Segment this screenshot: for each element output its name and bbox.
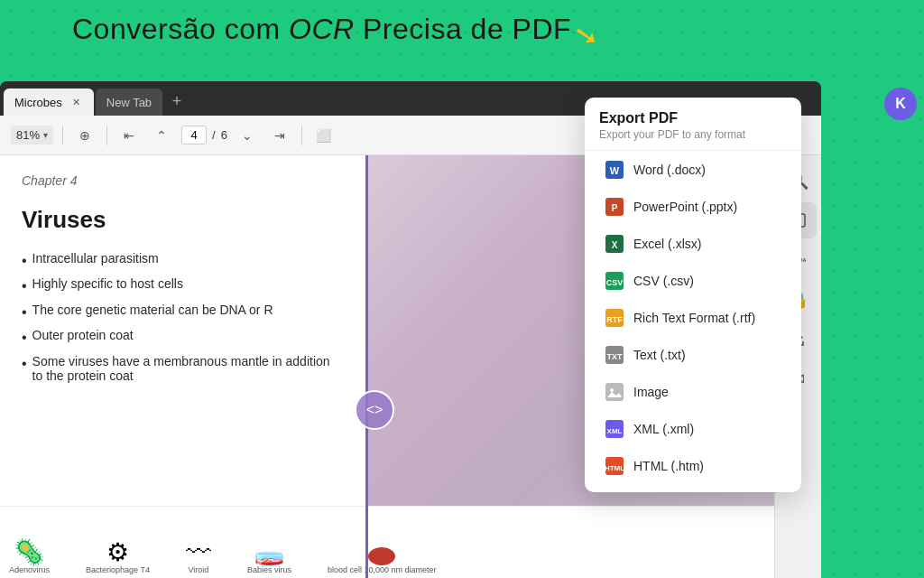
tab-label: New Tab — [106, 96, 152, 109]
tab-add-button[interactable]: + — [164, 89, 189, 114]
zoom-value: 81% — [16, 128, 40, 142]
word-icon: W — [605, 160, 624, 180]
export-ppt-btn[interactable]: P PowerPoint (.pptx) — [590, 189, 796, 225]
export-panel-title: Export PDF — [585, 110, 801, 128]
export-panel-subtitle: Export your PDF to any format — [585, 128, 801, 151]
next-page-btn[interactable]: ⌄ — [235, 123, 260, 148]
export-rtf-label: Rich Text Format (.rtf) — [633, 311, 755, 325]
section-title: Viruses — [22, 206, 344, 234]
export-rtf-btn[interactable]: RTF Rich Text Format (.rtf) — [590, 300, 796, 336]
first-page-btn[interactable]: ⇤ — [116, 123, 142, 148]
excel-icon: X — [605, 234, 624, 254]
page-sep: / — [212, 128, 216, 142]
bullet-item: Some viruses have a membranous mantle in… — [22, 351, 344, 386]
micro-viroid: 〰 Viroid — [186, 540, 211, 574]
tab-close-icon[interactable]: ✕ — [69, 97, 83, 108]
last-page-btn[interactable]: ⇥ — [267, 123, 292, 148]
export-image-label: Image — [633, 385, 669, 399]
toolbar-sep-1 — [62, 126, 63, 145]
xml-icon: XML — [605, 419, 624, 439]
bullet-item: The core genetic material can be DNA or … — [22, 300, 344, 325]
toolbar-sep-2 — [106, 126, 107, 145]
svg-text:X: X — [612, 240, 618, 250]
micro-adenovirus: 🦠 Adenovirus — [9, 540, 50, 574]
svg-rect-14 — [605, 383, 624, 401]
svg-text:HTML: HTML — [605, 464, 624, 472]
html-icon: HTML — [605, 456, 624, 476]
export-xml-btn[interactable]: XML XML (.xml) — [590, 411, 796, 447]
export-ppt-label: PowerPoint (.pptx) — [633, 200, 737, 214]
ppt-icon: P — [605, 197, 624, 217]
micro-babies-virus: 🧫 Babies virus — [247, 540, 291, 574]
rtf-icon: RTF — [605, 308, 624, 328]
export-txt-label: Text (.txt) — [633, 348, 686, 362]
bullet-list: Intracellular parasitism Highly specific… — [22, 248, 344, 386]
export-txt-btn[interactable]: TXT Text (.txt) — [590, 337, 796, 373]
code-icon: <> — [366, 402, 383, 418]
svg-text:CSV: CSV — [606, 278, 624, 287]
prev-page-btn[interactable]: ⌃ — [149, 123, 174, 148]
export-csv-btn[interactable]: CSV CSV (.csv) — [590, 263, 796, 299]
export-excel-label: Excel (.xlsx) — [633, 237, 701, 251]
bullet-item: Highly specific to host cells — [22, 274, 344, 299]
toolbar-sep-3 — [301, 126, 302, 145]
export-image-btn[interactable]: Image — [590, 374, 796, 410]
zoom-dropdown-icon: ▾ — [43, 130, 48, 140]
svg-text:W: W — [610, 165, 620, 176]
pdf-bottom-strip: 🦠 Adenovirus ⚙ Bacteriophage T4 〰 Viroid… — [0, 506, 774, 578]
chapter-label: Chapter 4 — [22, 173, 344, 188]
page-input[interactable] — [181, 126, 207, 144]
svg-text:RTF: RTF — [606, 315, 623, 324]
micro-label-4: Babies virus — [247, 565, 291, 574]
svg-text:P: P — [612, 203, 618, 213]
micro-label-5: blood cell 10,000 nm diameter — [328, 565, 437, 574]
tab-microbes[interactable]: Microbes ✕ — [4, 89, 94, 116]
code-view-button[interactable]: <> — [355, 390, 394, 430]
tab-newtab[interactable]: New Tab — [96, 89, 162, 116]
tab-label: Microbes — [14, 96, 62, 109]
txt-icon: TXT — [605, 345, 624, 365]
micro-bacteriophage: ⚙ Bacteriophage T4 — [86, 540, 150, 574]
presentation-btn[interactable]: ⬜ — [311, 123, 337, 148]
export-excel-btn[interactable]: X Excel (.xlsx) — [590, 226, 796, 262]
export-panel: Export PDF Export your PDF to any format… — [585, 98, 801, 492]
micro-label-3: Viroid — [186, 565, 211, 574]
zoom-control[interactable]: 81% ▾ — [11, 126, 53, 144]
zoom-in-btn[interactable]: ⊕ — [72, 123, 97, 148]
banner-title: Conversão com OCR Precisa de PDF — [72, 13, 571, 46]
svg-point-15 — [610, 388, 614, 392]
svg-text:XML: XML — [607, 427, 623, 435]
bullet-item: Intracellular parasitism — [22, 248, 344, 274]
csv-icon: CSV — [605, 271, 624, 291]
page-total: 6 — [221, 128, 227, 142]
image-icon — [605, 382, 624, 402]
svg-text:TXT: TXT — [607, 352, 624, 361]
micro-blood-cell: blood cell 10,000 nm diameter — [328, 547, 437, 574]
export-csv-label: CSV (.csv) — [633, 274, 694, 288]
page-indicator: / 6 — [181, 126, 227, 144]
purple-divider — [365, 155, 368, 578]
export-html-label: HTML (.htm) — [633, 459, 704, 473]
bullet-item: Outer protein coat — [22, 325, 344, 350]
micro-label-1: Adenovirus — [9, 565, 50, 574]
export-word-label: Word (.docx) — [633, 163, 706, 177]
export-html-btn[interactable]: HTML HTML (.htm) — [590, 448, 796, 484]
export-xml-label: XML (.xml) — [633, 422, 694, 436]
export-word-btn[interactable]: W Word (.docx) — [590, 152, 796, 188]
user-avatar[interactable]: K — [884, 88, 917, 120]
micro-label-2: Bacteriophage T4 — [86, 565, 150, 574]
